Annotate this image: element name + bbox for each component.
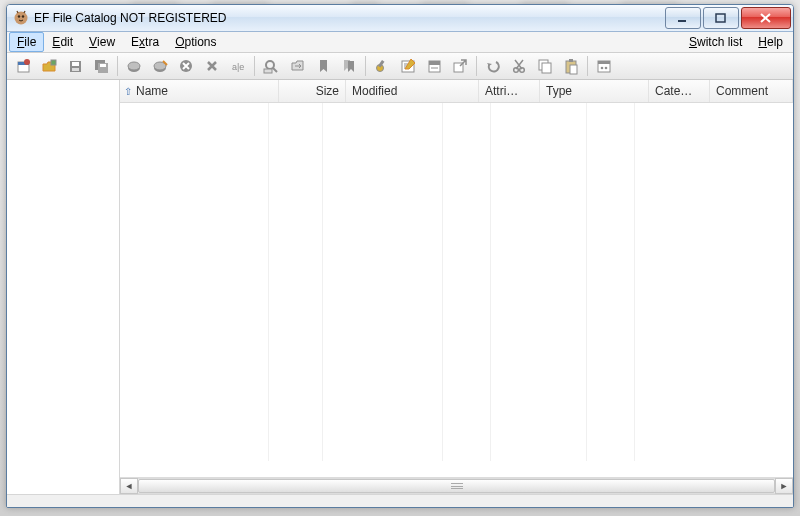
column-comment[interactable]: Comment [710,80,793,102]
toolbar-edit-category-button[interactable] [422,54,446,78]
toolbar-find-next-button[interactable] [285,54,309,78]
svg-point-0 [15,12,28,25]
svg-rect-10 [72,62,79,66]
toolbar-edit-comment-button[interactable] [396,54,420,78]
menu-extra[interactable]: Extra [123,32,167,52]
grid-line [490,103,491,461]
toolbar-bookmarks-button[interactable] [337,54,361,78]
column-header: ⇧NameSizeModifiedAttri…TypeCate…Comment [120,80,793,103]
column-label: Cate… [655,84,692,98]
grid-line [322,103,323,461]
grid-line [268,103,269,461]
column-name[interactable]: ⇧Name [120,80,279,102]
toolbar-rename-button[interactable]: a|e [226,54,250,78]
minimize-button[interactable] [665,7,701,29]
column-label: Type [546,84,572,98]
menu-file[interactable]: File [9,32,44,52]
toolbar-separator [587,56,588,76]
svg-rect-3 [678,20,686,22]
svg-point-21 [266,61,274,69]
toolbar-options-dialog-button[interactable] [592,54,616,78]
scroll-right-button[interactable]: ► [775,478,793,494]
titlebar[interactable]: EF File Catalog NOT REGISTERED [7,5,793,32]
svg-point-7 [24,59,30,65]
horizontal-scrollbar[interactable]: ◄ ► [120,477,793,494]
svg-rect-34 [569,59,573,62]
sort-asc-icon: ⇧ [124,86,132,97]
toolbar-assign-button[interactable] [448,54,472,78]
menu-options[interactable]: Options [167,32,224,52]
svg-point-38 [600,66,603,69]
menubar: File Edit View Extra Options Switch list… [7,32,793,53]
column-label: Modified [352,84,397,98]
menu-switch-list[interactable]: Switch list [681,32,750,52]
toolbar-separator [476,56,477,76]
svg-rect-11 [72,68,79,71]
list-pane: ⇧NameSizeModifiedAttri…TypeCate…Comment … [120,80,793,494]
toolbar-bookmark-button[interactable] [311,54,335,78]
toolbar-add-button[interactable] [122,54,146,78]
scroll-track[interactable] [138,478,775,494]
svg-rect-14 [100,64,106,67]
toolbar-separator [117,56,118,76]
svg-rect-27 [429,61,440,65]
grid-line [586,103,587,461]
toolbar-save-button[interactable] [63,54,87,78]
toolbar-add-from-button[interactable] [148,54,172,78]
svg-rect-8 [51,60,56,65]
window-title: EF File Catalog NOT REGISTERED [34,11,227,25]
svg-point-2 [22,15,24,17]
app-icon [13,10,29,26]
client-area: ⇧NameSizeModifiedAttri…TypeCate…Comment … [7,80,793,494]
statusbar [7,494,793,507]
column-attr[interactable]: Attri… [479,80,540,102]
grid-line [442,103,443,461]
menu-help[interactable]: Help [750,32,791,52]
column-label: Size [316,84,339,98]
column-size[interactable]: Size [279,80,346,102]
column-type[interactable]: Type [540,80,649,102]
toolbar-find-button[interactable] [259,54,283,78]
grid-line [634,103,635,461]
toolbar-separator [254,56,255,76]
toolbar: a|e [7,53,793,80]
scroll-thumb[interactable] [138,479,775,493]
toolbar-open-catalog-button[interactable] [37,54,61,78]
svg-text:a|e: a|e [232,62,244,72]
toolbar-remove-button[interactable] [200,54,224,78]
svg-rect-32 [542,63,551,73]
toolbar-new-catalog-button[interactable] [11,54,35,78]
svg-point-16 [128,62,140,70]
svg-point-1 [18,15,20,17]
svg-rect-4 [716,14,725,22]
svg-rect-37 [598,61,610,64]
list-body[interactable] [120,103,793,477]
column-label: Comment [716,84,768,98]
column-modified[interactable]: Modified [346,80,479,102]
menu-view[interactable]: View [81,32,123,52]
svg-rect-22 [264,69,272,73]
toolbar-paste-button[interactable] [559,54,583,78]
menu-edit[interactable]: Edit [44,32,81,52]
close-button[interactable] [741,7,791,29]
toolbar-properties-button[interactable] [370,54,394,78]
maximize-button[interactable] [703,7,739,29]
toolbar-delete-button[interactable] [174,54,198,78]
toolbar-copy-button[interactable] [533,54,557,78]
scroll-left-button[interactable]: ◄ [120,478,138,494]
column-label: Name [136,84,168,98]
toolbar-save-all-button[interactable] [89,54,113,78]
toolbar-cut-button[interactable] [507,54,531,78]
svg-point-39 [604,66,607,69]
column-cate[interactable]: Cate… [649,80,710,102]
tree-pane[interactable] [7,80,120,494]
app-window: EF File Catalog NOT REGISTERED File Edit… [6,4,794,508]
column-label: Attri… [485,84,518,98]
toolbar-separator [365,56,366,76]
svg-rect-35 [570,65,577,74]
toolbar-undo-button[interactable] [481,54,505,78]
